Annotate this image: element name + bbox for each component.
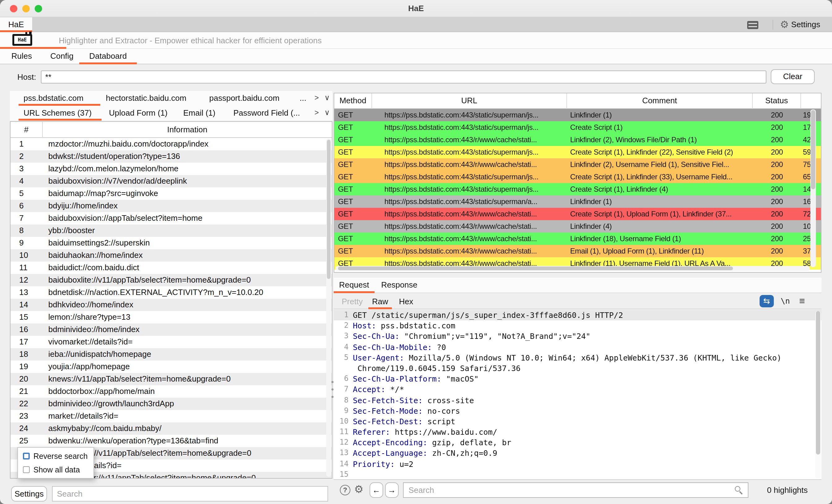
table-row[interactable]: 22bdminivideo://growth/launch3rdApp bbox=[10, 398, 332, 410]
column-header-information[interactable]: Information bbox=[43, 122, 332, 138]
table-row[interactable]: 18ieba://unidispatch/homepage bbox=[10, 348, 332, 361]
result-row[interactable]: GEThttps://pss.bdstatic.com:443/static/s… bbox=[334, 195, 821, 208]
table-row[interactable]: 15lemon://share?type=13 bbox=[10, 311, 332, 324]
show-all-data-option[interactable]: Show all data bbox=[23, 466, 80, 475]
cell-url: https://pss.bdstatic.com:443/static/supe… bbox=[372, 195, 567, 208]
window-title: HaE bbox=[0, 0, 832, 17]
result-row[interactable]: GEThttps://pss.bdstatic.com:443/static/s… bbox=[334, 171, 821, 183]
result-row[interactable]: GEThttps://pss.bdstatic.com:443/static/s… bbox=[334, 121, 821, 134]
column-header-method[interactable]: Method bbox=[334, 93, 372, 109]
type-tab-upload-form[interactable]: Upload Form (1) bbox=[109, 106, 167, 120]
tab-hae-logo[interactable]: HaE bbox=[0, 32, 66, 49]
result-row[interactable]: GEThttps://pss.bdstatic.com:443/r/www/ca… bbox=[334, 208, 821, 220]
table-row[interactable]: 24askmybaby://com.baidu.mbaby/ bbox=[10, 422, 332, 435]
table-row[interactable]: 7baiduboxvision://appTab/select?item=hom… bbox=[10, 212, 332, 224]
reverse-search-option[interactable]: Reverse search bbox=[23, 452, 87, 461]
column-header-comment[interactable]: Comment bbox=[567, 93, 753, 109]
next-match-button[interactable]: → bbox=[385, 482, 399, 498]
help-icon[interactable]: ? bbox=[340, 485, 350, 495]
clear-button[interactable]: Clear bbox=[771, 69, 815, 84]
information-table-scrollbar[interactable] bbox=[326, 139, 331, 477]
column-header-length[interactable] bbox=[801, 93, 821, 109]
table-row[interactable]: 9baiduimsettings2://superskin bbox=[10, 237, 332, 249]
previous-match-button[interactable]: ← bbox=[369, 482, 383, 498]
tab-hae[interactable]: HaE bbox=[0, 17, 33, 32]
host-tabs-dropdown-icon[interactable]: ∨ bbox=[324, 91, 330, 106]
table-row[interactable]: 10baiduhaokan://home/index bbox=[10, 249, 332, 261]
host-tab-pss-bdstatic[interactable]: pss.bdstatic.com bbox=[24, 91, 84, 106]
tab-hex[interactable]: Hex bbox=[396, 295, 417, 309]
type-tabs-next-icon[interactable]: > bbox=[314, 106, 319, 120]
table-row[interactable]: 12baiduboxlite://v11/appTab/select?item=… bbox=[10, 274, 332, 286]
editor-settings-gear-icon[interactable]: ⚙ bbox=[354, 483, 364, 496]
editor-search-input[interactable] bbox=[403, 482, 748, 498]
column-header-status[interactable]: Status bbox=[753, 93, 801, 109]
menu-icon[interactable] bbox=[747, 21, 758, 29]
host-tab-hectorstatic[interactable]: hectorstatic.baidu.com bbox=[106, 91, 186, 106]
host-tab-label: passport.baidu.com bbox=[209, 93, 280, 103]
tab-response-label: Response bbox=[381, 280, 417, 289]
column-header-url[interactable]: URL bbox=[372, 93, 567, 109]
host-input[interactable] bbox=[41, 71, 766, 83]
result-row[interactable]: GEThttps://pss.bdstatic.com:443/static/s… bbox=[334, 109, 821, 121]
table-row[interactable]: 5baidumap://map?src=uginvoke bbox=[10, 187, 332, 200]
left-search-input[interactable] bbox=[52, 486, 328, 502]
table-row[interactable]: 23market://details?id= bbox=[10, 410, 332, 422]
column-header-index[interactable]: # bbox=[10, 122, 43, 138]
type-tab-email[interactable]: Email (1) bbox=[183, 106, 215, 120]
host-tab-passport[interactable]: passport.baidu.com bbox=[209, 91, 280, 106]
left-settings-button[interactable]: Settings bbox=[11, 486, 47, 502]
results-vertical-scrollbar[interactable] bbox=[810, 109, 816, 267]
table-row[interactable]: 1mzdoctor://muzhi.baidu.com/doctorapp/in… bbox=[10, 138, 332, 150]
table-row[interactable]: 25bdwenku://wenku/operation?type=136&tab… bbox=[10, 435, 332, 447]
type-tab-password-field[interactable]: Password Field (... bbox=[233, 106, 300, 120]
tab-request[interactable]: Request bbox=[334, 278, 374, 293]
host-tabs-next-icon[interactable]: > bbox=[314, 91, 319, 106]
editor-scrollbar[interactable] bbox=[815, 311, 821, 479]
tab-databoard[interactable]: Databoard bbox=[79, 49, 137, 64]
table-row[interactable]: 11baidudict://com.baidu.dict bbox=[10, 261, 332, 274]
table-row[interactable]: 8ybb://booster bbox=[10, 224, 332, 237]
table-row[interactable]: 21bddoctorbox://app/home/main bbox=[10, 385, 332, 398]
tab-config[interactable]: Config bbox=[43, 49, 80, 64]
wrap-toggle-icon[interactable]: ⇆ bbox=[760, 295, 774, 307]
table-row[interactable]: 17vivomarket://details?id= bbox=[10, 336, 332, 348]
result-row[interactable]: GEThttps://pss.bdstatic.com:443/static/s… bbox=[334, 183, 821, 195]
table-row[interactable]: 16bdminivideo://home/index bbox=[10, 324, 332, 336]
table-row[interactable]: 14bdhkvideo://home/index bbox=[10, 299, 332, 311]
row-information: mzdoctor://muzhi.baidu.com/doctorapp/ind… bbox=[43, 138, 208, 150]
tab-raw[interactable]: Raw bbox=[368, 295, 392, 309]
reverse-search-checkbox[interactable] bbox=[23, 453, 30, 459]
table-row[interactable]: 3lazybd://com.melon.lazymelon/home bbox=[10, 163, 332, 175]
scrollbar-thumb[interactable] bbox=[338, 267, 733, 270]
tab-response[interactable]: Response bbox=[374, 278, 424, 293]
result-row[interactable]: GEThttps://pss.bdstatic.com:443/r/www/ca… bbox=[334, 245, 821, 257]
scrollbar-thumb[interactable] bbox=[816, 311, 820, 454]
type-tab-url-schemes[interactable]: URL Schemes (37) bbox=[24, 106, 92, 120]
result-row[interactable]: GEThttps://pss.bdstatic.com:443/r/www/ca… bbox=[334, 158, 821, 171]
tab-rules[interactable]: Rules bbox=[6, 49, 37, 64]
scrollbar-thumb[interactable] bbox=[811, 110, 815, 189]
table-row[interactable]: 19youjia://app/homepage bbox=[10, 361, 332, 373]
result-row[interactable]: GEThttps://pss.bdstatic.com:443/r/www/ca… bbox=[334, 220, 821, 232]
result-row[interactable]: GEThttps://pss.bdstatic.com:443/r/www/ca… bbox=[334, 134, 821, 146]
table-row[interactable]: 2bdwkst://student/operation?type=136 bbox=[10, 150, 332, 163]
type-tabs-dropdown-icon[interactable]: ∨ bbox=[324, 106, 330, 120]
table-row[interactable]: 6bdyiju://home/index bbox=[10, 200, 332, 212]
row-information: vivomarket://details?id= bbox=[43, 336, 132, 348]
result-row[interactable]: GEThttps://pss.bdstatic.com:443/r/www/ca… bbox=[334, 232, 821, 245]
row-information: baidumap://map?src=uginvoke bbox=[43, 187, 158, 200]
tab-rules-label: Rules bbox=[11, 51, 32, 61]
scrollbar-thumb[interactable] bbox=[327, 140, 331, 279]
table-row[interactable]: 20knews://v11/appTab/select?item=home&up… bbox=[10, 373, 332, 385]
editor-menu-icon[interactable]: ≡ bbox=[799, 295, 805, 308]
result-row[interactable]: GEThttps://pss.bdstatic.com:443/static/s… bbox=[334, 146, 821, 158]
host-tab-overflow[interactable]: ... bbox=[300, 91, 307, 106]
newline-toggle-icon[interactable]: \n bbox=[781, 295, 790, 307]
settings-button[interactable]: ⚙ Settings bbox=[780, 17, 820, 32]
show-all-data-label: Show all data bbox=[33, 466, 80, 474]
table-row[interactable]: 13bdnetdisk://n/action.EXTERNAL_ACTIVITY… bbox=[10, 286, 332, 299]
show-all-data-checkbox[interactable] bbox=[23, 466, 30, 473]
results-horizontal-scrollbar[interactable] bbox=[336, 266, 810, 271]
table-row[interactable]: 4baiduboxvision://v7/vendor/ad/deeplink bbox=[10, 175, 332, 187]
